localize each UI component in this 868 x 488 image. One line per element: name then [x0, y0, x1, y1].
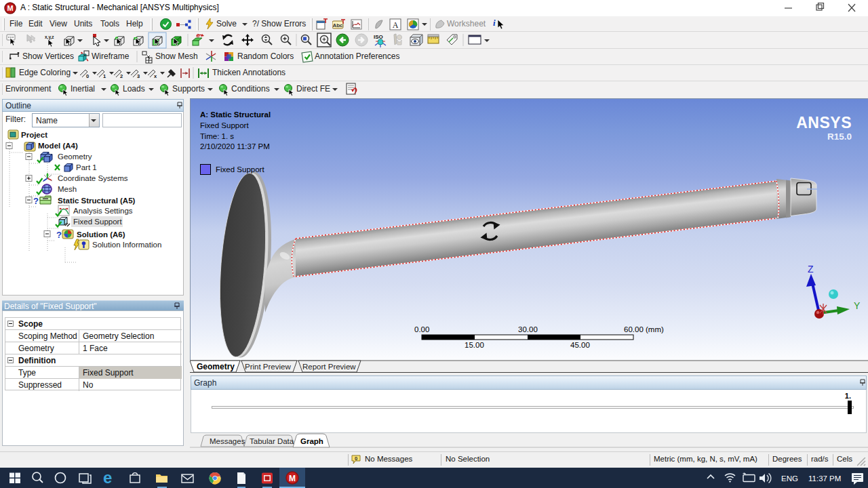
svg-text:Static Structural (A5): Static Structural (A5) — [58, 197, 136, 205]
svg-text:Model (A4): Model (A4) — [38, 142, 78, 150]
svg-text:Mesh: Mesh — [58, 185, 77, 193]
svg-text:M: M — [7, 4, 13, 12]
svg-text:0: 0 — [86, 73, 89, 79]
svg-text:Graph: Graph — [300, 437, 323, 445]
svg-text:1: 1 — [103, 73, 106, 79]
svg-text:?: ? — [56, 230, 62, 240]
svg-text:ENG: ENG — [781, 474, 798, 483]
svg-text:Part 1: Part 1 — [76, 163, 97, 171]
svg-text:30.00: 30.00 — [518, 325, 538, 333]
svg-text:60.00 (mm): 60.00 (mm) — [624, 325, 664, 333]
svg-text:Report Preview: Report Preview — [302, 363, 356, 371]
svg-text:3: 3 — [137, 73, 140, 79]
svg-text:M: M — [289, 474, 296, 483]
svg-text:11:37 PM: 11:37 PM — [808, 474, 841, 483]
svg-text:45.00: 45.00 — [570, 341, 590, 349]
svg-text:x: x — [154, 73, 157, 79]
svg-text:Coordinate Systems: Coordinate Systems — [58, 174, 128, 182]
svg-text:Print Preview: Print Preview — [245, 363, 291, 371]
svg-text:Project: Project — [21, 131, 47, 139]
svg-text:Messages: Messages — [210, 437, 245, 445]
svg-text:e: e — [103, 468, 112, 487]
svg-text:15.00: 15.00 — [465, 341, 484, 349]
svg-text:Fixed Support: Fixed Support — [73, 218, 122, 226]
svg-text:Solution (A6): Solution (A6) — [77, 230, 125, 239]
svg-text:ISO: ISO — [374, 34, 383, 40]
svg-text:0.00: 0.00 — [414, 325, 429, 333]
svg-text:Z: Z — [808, 264, 814, 274]
svg-text:Y: Y — [854, 300, 861, 311]
svg-text:Tabular Data: Tabular Data — [250, 437, 294, 445]
svg-text:2: 2 — [120, 73, 123, 79]
svg-text:0: 0 — [355, 455, 357, 462]
svg-text:?: ? — [33, 196, 39, 206]
svg-text:Geometry: Geometry — [197, 362, 235, 371]
svg-text:A: A — [393, 20, 399, 30]
svg-text:Analysis Settings: Analysis Settings — [73, 207, 133, 215]
svg-text:x,y,z: x,y,z — [45, 35, 54, 40]
svg-text:Geometry: Geometry — [58, 152, 92, 161]
svg-text:Solution Information: Solution Information — [92, 241, 161, 249]
svg-text:Abc: Abc — [332, 22, 343, 28]
